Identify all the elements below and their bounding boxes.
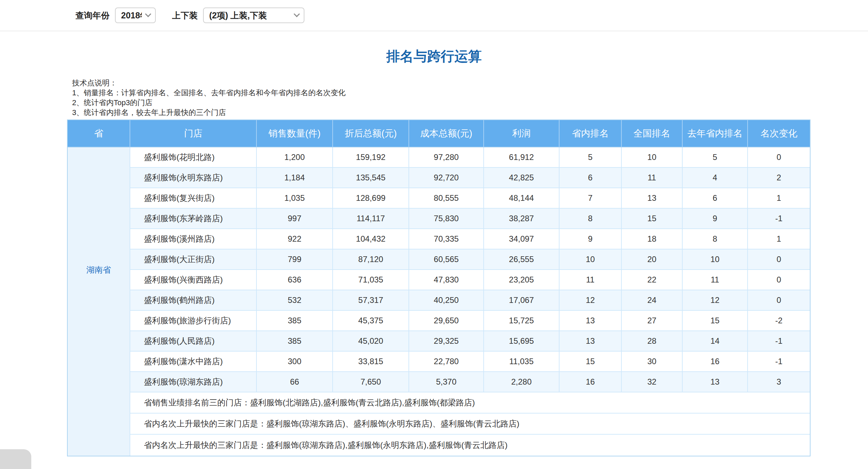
- value-cell: 42,825: [484, 168, 560, 188]
- store-name-cell: 盛利服饰(东茅岭路店): [130, 209, 257, 229]
- value-cell: 24: [622, 290, 683, 311]
- value-cell: 2,280: [484, 372, 560, 392]
- value-cell: -1: [748, 352, 810, 372]
- value-cell: 29,325: [409, 331, 484, 352]
- note-line: 1、销量排名：计算省内排名、全国排名、去年省内排名和今年省内排名的名次变化: [72, 88, 868, 98]
- chevron-down-icon: [145, 11, 151, 17]
- value-cell: 34,097: [484, 229, 560, 249]
- value-cell: 70,335: [409, 229, 484, 249]
- value-cell: 636: [257, 270, 333, 290]
- summary-text: 省内名次上升最快的三家门店是：盛利服饰(琼湖东路店)、盛利服饰(永明东路店)、盛…: [130, 414, 810, 435]
- column-header: 省: [68, 120, 130, 147]
- value-cell: 87,120: [333, 249, 409, 270]
- table-row: 盛利服饰(旅游步行街店)38545,37529,65015,725132715-…: [68, 311, 810, 331]
- table-row: 盛利服饰(人民路店)38545,02029,32515,695132814-1: [68, 331, 810, 352]
- summary-row: 省内名次上升最快的三家门店是：盛利服饰(琼湖东路店)、盛利服饰(永明东路店)、盛…: [68, 414, 810, 435]
- column-header: 全国排名: [622, 120, 683, 147]
- value-cell: 0: [748, 270, 810, 290]
- value-cell: 48,144: [484, 188, 560, 209]
- value-cell: 9: [683, 209, 748, 229]
- note-line: 2、统计省内Top3的门店: [72, 98, 868, 108]
- value-cell: 300: [257, 352, 333, 372]
- value-cell: 80,555: [409, 188, 484, 209]
- store-name-cell: 盛利服饰(花明北路): [130, 147, 257, 168]
- value-cell: 14: [683, 331, 748, 352]
- store-name-cell: 盛利服饰(旅游步行街店): [130, 311, 257, 331]
- value-cell: 15,695: [484, 331, 560, 352]
- value-cell: 7: [560, 188, 622, 209]
- province-filler-cell: [68, 392, 130, 414]
- value-cell: 75,830: [409, 209, 484, 229]
- value-cell: 30: [622, 352, 683, 372]
- value-cell: 2: [748, 168, 810, 188]
- value-cell: 114,117: [333, 209, 409, 229]
- province-cell: 湖南省: [68, 147, 130, 392]
- column-header: 成本总额(元): [409, 120, 484, 147]
- value-cell: 15,725: [484, 311, 560, 331]
- value-cell: 15: [622, 209, 683, 229]
- value-cell: 16: [560, 372, 622, 392]
- store-name-cell: 盛利服饰(人民路店): [130, 331, 257, 352]
- value-cell: 1: [748, 188, 810, 209]
- store-name-cell: 盛利服饰(潇水中路店): [130, 352, 257, 372]
- value-cell: 5,370: [409, 372, 484, 392]
- value-cell: 532: [257, 290, 333, 311]
- province-filler-cell: [68, 414, 130, 435]
- value-cell: 27: [622, 311, 683, 331]
- column-header: 去年省内排名: [683, 120, 748, 147]
- value-cell: 9: [560, 229, 622, 249]
- year-select[interactable]: 2018年: [115, 7, 156, 23]
- value-cell: 16: [683, 352, 748, 372]
- value-cell: 11: [560, 270, 622, 290]
- value-cell: 45,020: [333, 331, 409, 352]
- value-cell: 13: [622, 188, 683, 209]
- store-name-cell: 盛利服饰(永明东路店): [130, 168, 257, 188]
- value-cell: 159,192: [333, 147, 409, 168]
- value-cell: 40,250: [409, 290, 484, 311]
- value-cell: 32: [622, 372, 683, 392]
- year-select-value: 2018年: [121, 10, 142, 21]
- category-select-value: (2项) 上装,下装: [209, 10, 267, 21]
- value-cell: 97,280: [409, 147, 484, 168]
- value-cell: 3: [748, 372, 810, 392]
- value-cell: 18: [622, 229, 683, 249]
- category-select[interactable]: (2项) 上装,下装: [203, 7, 304, 23]
- corner-widget: [0, 449, 31, 469]
- store-name-cell: 盛利服饰(兴衡西路店): [130, 270, 257, 290]
- column-header: 折后总额(元): [333, 120, 409, 147]
- value-cell: 57,317: [333, 290, 409, 311]
- header-row: 省门店销售数量(件)折后总额(元)成本总额(元)利润省内排名全国排名去年省内排名…: [68, 120, 810, 147]
- value-cell: 385: [257, 331, 333, 352]
- value-cell: 45,375: [333, 311, 409, 331]
- value-cell: 22: [622, 270, 683, 290]
- value-cell: 71,035: [333, 270, 409, 290]
- value-cell: 28: [622, 331, 683, 352]
- toolbar: 查询年份 2018年 上下装 (2项) 上装,下装: [0, 0, 868, 31]
- value-cell: 61,912: [484, 147, 560, 168]
- value-cell: 33,815: [333, 352, 409, 372]
- category-filter-group: 上下装 (2项) 上装,下装: [172, 7, 304, 23]
- value-cell: 104,432: [333, 229, 409, 249]
- value-cell: -1: [748, 209, 810, 229]
- value-cell: 1: [748, 229, 810, 249]
- table-row: 盛利服饰(永明东路店)1,184135,54592,72042,82561142: [68, 168, 810, 188]
- store-name-cell: 盛利服饰(大正街店): [130, 249, 257, 270]
- column-header: 名次变化: [748, 120, 810, 147]
- value-cell: 128,699: [333, 188, 409, 209]
- value-cell: -1: [748, 331, 810, 352]
- store-name-cell: 盛利服饰(鹤州路店): [130, 290, 257, 311]
- value-cell: 8: [560, 209, 622, 229]
- category-label: 上下装: [172, 10, 198, 21]
- value-cell: 11,035: [484, 352, 560, 372]
- value-cell: 8: [683, 229, 748, 249]
- summary-text: 省内名次上升最快的三家门店是：盛利服饰(琼湖东路店),盛利服饰(永明东路店),盛…: [130, 435, 810, 456]
- table-row: 盛利服饰(复兴街店)1,035128,69980,55548,14471361: [68, 188, 810, 209]
- notes-block: 技术点说明： 1、销量排名：计算省内排名、全国排名、去年省内排名和今年省内排名的…: [72, 78, 868, 117]
- table-body: 湖南省盛利服饰(花明北路)1,200159,19297,28061,912510…: [68, 147, 810, 456]
- table-row: 盛利服饰(溪州路店)922104,43270,33534,09791881: [68, 229, 810, 249]
- value-cell: 29,650: [409, 311, 484, 331]
- value-cell: 20: [622, 249, 683, 270]
- value-cell: 0: [748, 147, 810, 168]
- column-header: 门店: [130, 120, 257, 147]
- value-cell: 5: [683, 147, 748, 168]
